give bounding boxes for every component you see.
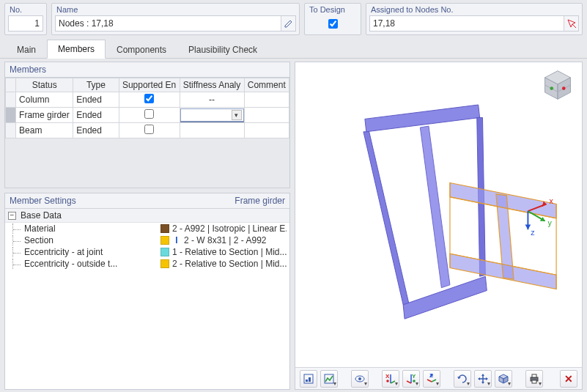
cell-supported[interactable] bbox=[119, 123, 180, 138]
3d-view[interactable]: x y z bbox=[295, 62, 582, 367]
to-design-checkbox[interactable] bbox=[328, 19, 338, 29]
members-panel-title: Members bbox=[4, 62, 290, 77]
view-show-button[interactable] bbox=[351, 370, 369, 388]
tree-value-text: 1 - Relative to Section | Mid... bbox=[172, 247, 287, 257]
nav-cube-icon[interactable] bbox=[541, 68, 575, 102]
cell-stiffness-dropdown[interactable]: ▾ N My bbox=[180, 108, 244, 123]
field-name: Name Nodes : 17,18 bbox=[51, 3, 300, 35]
left-panel: Members Status Type Supported En Stiffne… bbox=[4, 62, 290, 390]
svg-point-36 bbox=[386, 380, 389, 382]
col-supported[interactable]: Supported En bbox=[119, 78, 180, 92]
field-no-label: No. bbox=[8, 5, 43, 15]
field-assigned-label: Assigned to Nodes No. bbox=[369, 5, 579, 15]
supported-checkbox[interactable] bbox=[144, 94, 154, 103]
tab-main[interactable]: Main bbox=[6, 40, 47, 59]
color-swatch-icon bbox=[160, 224, 169, 233]
print-button[interactable] bbox=[525, 370, 543, 388]
svg-line-41 bbox=[427, 380, 432, 382]
col-status[interactable]: Status bbox=[16, 78, 73, 92]
tree-label: Eccentricity - at joint bbox=[23, 247, 160, 257]
axis-y-icon: Y bbox=[405, 373, 417, 385]
cell-status[interactable]: Beam bbox=[16, 123, 73, 138]
svg-line-42 bbox=[432, 380, 436, 382]
svg-rect-56 bbox=[532, 374, 536, 377]
collapse-icon[interactable]: − bbox=[8, 212, 16, 220]
tab-bar: Main Members Components Plausibility Che… bbox=[0, 40, 587, 59]
tree-value: 2 - Relative to Section | Mid... bbox=[160, 259, 287, 269]
svg-marker-50 bbox=[478, 377, 480, 380]
view-rotate-button[interactable] bbox=[454, 370, 471, 388]
rename-button[interactable] bbox=[281, 16, 295, 31]
move-icon bbox=[477, 373, 489, 385]
close-view-button[interactable]: ✕ bbox=[560, 370, 577, 388]
tree-row-ecc-joint[interactable]: Eccentricity - at joint 1 - Relative to … bbox=[5, 246, 289, 258]
tree-value: I 2 - W 8x31 | 2 - A992 bbox=[160, 235, 287, 245]
cell-supported[interactable] bbox=[119, 108, 180, 123]
view-z-button[interactable]: Z bbox=[423, 370, 440, 388]
view-y-button[interactable]: Y bbox=[402, 370, 420, 388]
cell-comment[interactable] bbox=[244, 123, 289, 138]
axis-z-icon: Z bbox=[426, 373, 438, 385]
field-assigned-value[interactable]: 17,18 bbox=[369, 15, 579, 32]
header-row: No. 1 Name Nodes : 17,18 To Design Assig… bbox=[0, 0, 587, 40]
svg-point-32 bbox=[358, 377, 361, 380]
table-row[interactable]: Frame girder Ended ▾ N bbox=[6, 108, 289, 123]
dropdown-item-n[interactable]: N bbox=[180, 122, 245, 123]
settings-context-text: Frame girder bbox=[235, 196, 285, 206]
cell-status[interactable]: Column bbox=[16, 92, 73, 108]
tree-value: 1 - Relative to Section | Mid... bbox=[160, 247, 287, 257]
supported-checkbox[interactable] bbox=[144, 125, 154, 134]
color-swatch-icon bbox=[160, 259, 169, 268]
view-x-button[interactable]: X bbox=[382, 370, 399, 388]
view-results-button[interactable] bbox=[320, 370, 338, 388]
members-title-text: Members bbox=[10, 64, 46, 75]
svg-rect-29 bbox=[309, 377, 311, 382]
tree-row-ecc-outside[interactable]: Eccentricity - outside t... 2 - Relative… bbox=[5, 258, 289, 270]
svg-line-38 bbox=[407, 381, 411, 383]
tree-base-data[interactable]: − Base Data bbox=[5, 209, 289, 223]
cell-stiffness[interactable]: -- bbox=[180, 92, 244, 108]
pick-nodes-button[interactable] bbox=[564, 16, 578, 31]
svg-point-8 bbox=[562, 86, 566, 90]
color-swatch-icon bbox=[160, 236, 169, 245]
supported-checkbox[interactable] bbox=[144, 109, 154, 119]
tree-row-section[interactable]: Section I 2 - W 8x31 | 2 - A992 bbox=[5, 234, 289, 246]
tree-value-text: 2 - A992 | Isotropic | Linear E... bbox=[172, 223, 287, 234]
cell-type[interactable]: Ended bbox=[73, 123, 119, 138]
field-no-value[interactable]: 1 bbox=[8, 15, 43, 32]
field-name-value[interactable]: Nodes : 17,18 bbox=[55, 15, 296, 32]
field-no: No. 1 bbox=[4, 3, 47, 35]
view-load-button[interactable] bbox=[300, 370, 317, 388]
view-iso-button[interactable] bbox=[495, 370, 512, 388]
col-comment[interactable]: Comment bbox=[244, 78, 289, 92]
col-stiffness[interactable]: Stiffness Analy bbox=[180, 78, 244, 92]
table-row[interactable]: Column Ended -- bbox=[6, 92, 289, 108]
cell-type[interactable]: Ended bbox=[73, 108, 119, 123]
cell-status[interactable]: Frame girder bbox=[16, 108, 73, 123]
tab-components[interactable]: Components bbox=[106, 40, 177, 59]
pencil-icon bbox=[284, 18, 294, 29]
chevron-down-icon[interactable]: ▾ bbox=[232, 110, 242, 120]
cube-icon bbox=[498, 373, 509, 385]
svg-rect-28 bbox=[306, 380, 308, 382]
tab-members[interactable]: Members bbox=[47, 40, 106, 59]
view-move-button[interactable] bbox=[474, 370, 492, 388]
tree-row-material[interactable]: Material 2 - A992 | Isotropic | Linear E… bbox=[5, 223, 289, 234]
tab-plausibility[interactable]: Plausibility Check bbox=[177, 40, 268, 59]
cell-comment[interactable] bbox=[244, 92, 289, 108]
cell-type[interactable]: Ended bbox=[73, 92, 119, 108]
cell-supported[interactable] bbox=[119, 92, 180, 108]
members-grid[interactable]: Status Type Supported En Stiffness Analy… bbox=[4, 77, 290, 188]
tree-label: Eccentricity - outside t... bbox=[23, 259, 160, 269]
col-type[interactable]: Type bbox=[73, 78, 119, 92]
table-row[interactable]: Beam Ended bbox=[6, 123, 289, 138]
field-to-design-label: To Design bbox=[308, 5, 358, 15]
svg-text:X: X bbox=[385, 373, 390, 380]
svg-text:Y: Y bbox=[412, 373, 416, 380]
cell-comment[interactable] bbox=[244, 108, 289, 123]
results-icon bbox=[323, 373, 335, 385]
svg-marker-49 bbox=[481, 382, 484, 384]
axis-x-icon: X bbox=[385, 373, 396, 385]
cell-stiffness[interactable] bbox=[180, 123, 244, 138]
tree-base-label: Base Data bbox=[21, 210, 62, 221]
